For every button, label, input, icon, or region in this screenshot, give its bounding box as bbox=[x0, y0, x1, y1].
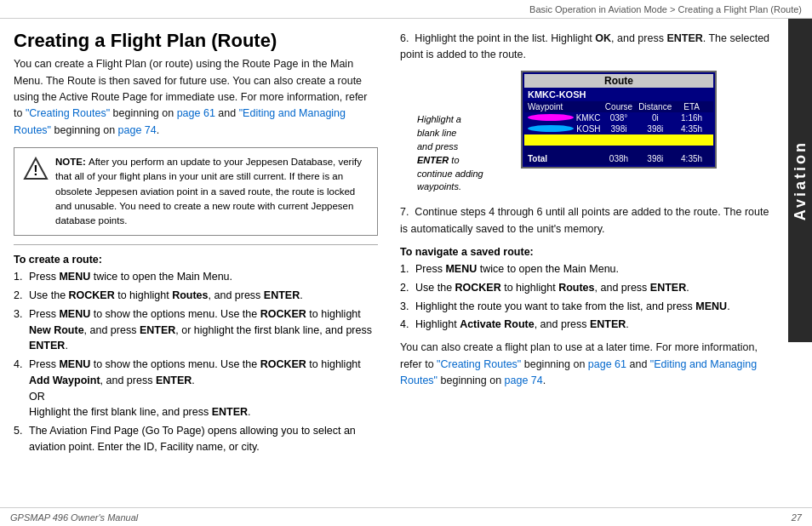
footer-left: GPSMAP 496 Owner's Manual bbox=[10, 512, 138, 523]
note-box: ! NOTE: After you perform an update to y… bbox=[14, 147, 378, 236]
aviation-tab-label: Aviation bbox=[792, 140, 809, 220]
warning-icon: ! bbox=[23, 157, 49, 182]
step6-text: 6. Highlight the point in the list. High… bbox=[400, 31, 775, 64]
breadcrumb-text: Basic Operation in Aviation Mode > Creat… bbox=[529, 4, 802, 14]
footer: GPSMAP 496 Owner's Manual 27 bbox=[0, 507, 812, 526]
route-image-container: Highlight ablank lineand pressENTER toco… bbox=[417, 71, 775, 195]
outro-paragraph: You can also create a flight plan to use… bbox=[400, 340, 775, 389]
breadcrumb-bar: Basic Operation in Aviation Mode > Creat… bbox=[0, 0, 812, 19]
page61-link1[interactable]: page 61 bbox=[177, 107, 215, 119]
route-screen-title: Route bbox=[524, 74, 713, 88]
left-column: Creating a Flight Plan (Route) You can c… bbox=[0, 19, 392, 507]
main-content: Creating a Flight Plan (Route) You can c… bbox=[0, 19, 788, 507]
route-screen-row-highlight bbox=[524, 134, 713, 146]
note-content: NOTE: After you perform an update to you… bbox=[55, 155, 369, 228]
page61-link2[interactable]: page 61 bbox=[588, 358, 626, 370]
list-item: 4. Highlight Activate Route, and press E… bbox=[400, 317, 775, 333]
list-item: 1. Press MENU twice to open the Main Men… bbox=[400, 261, 775, 277]
page74-link1[interactable]: page 74 bbox=[118, 124, 157, 136]
create-steps-list: 1. Press MENU twice to open the Main Men… bbox=[14, 269, 378, 455]
right-column: 6. Highlight the point in the list. High… bbox=[392, 19, 788, 507]
list-item: 4. Press MENU to show the options menu. … bbox=[14, 357, 378, 420]
intro-paragraph: You can create a Flight Plan (or route) … bbox=[14, 56, 378, 139]
create-route-heading: To create a route: bbox=[14, 254, 378, 266]
note-label: NOTE: bbox=[55, 157, 89, 167]
list-item: 3. Highlight the route you want to take … bbox=[400, 299, 775, 315]
creating-routes-link2[interactable]: "Creating Routes" bbox=[437, 358, 521, 370]
route-screen: Route KMKC-KOSH Waypoint Course Distance… bbox=[521, 71, 717, 169]
page-title: Creating a Flight Plan (Route) bbox=[14, 31, 378, 51]
note-body: After you perform an update to your Jepp… bbox=[55, 157, 362, 226]
list-item: 1. Press MENU twice to open the Main Men… bbox=[14, 269, 378, 285]
step7-text: 7. Continue steps 4 through 6 until all … bbox=[400, 204, 775, 237]
route-screen-header: KMKC-KOSH bbox=[524, 88, 713, 101]
aviation-tab: Aviation bbox=[788, 19, 812, 342]
navigate-steps-list: 1. Press MENU twice to open the Main Men… bbox=[400, 261, 775, 333]
list-item: 3. Press MENU to show the options menu. … bbox=[14, 306, 378, 354]
list-item: 2. Use the ROCKER to highlight Routes, a… bbox=[14, 288, 378, 304]
navigate-route-heading: To navigate a saved route: bbox=[400, 246, 775, 258]
route-caption: Highlight ablank lineand pressENTER toco… bbox=[417, 113, 511, 195]
route-screen-row: KMKC 038° 0i 1:16h bbox=[524, 112, 713, 123]
list-item: 5. The Aviation Find Page (Go To Page) o… bbox=[14, 423, 378, 455]
svg-text:!: ! bbox=[33, 163, 37, 178]
route-total-row: Total 038h 398i 4:35h bbox=[524, 152, 713, 165]
route-screen-row-empty bbox=[524, 146, 713, 152]
route-screen-columns: Waypoint Course Distance ETA bbox=[524, 101, 713, 112]
divider bbox=[14, 244, 378, 245]
page74-link2[interactable]: page 74 bbox=[505, 374, 543, 386]
footer-right: 27 bbox=[792, 512, 802, 523]
list-item: 2. Use the ROCKER to highlight Routes, a… bbox=[400, 280, 775, 296]
route-screen-row: KOSH 398i 398i 4:35h bbox=[524, 123, 713, 134]
creating-routes-link1[interactable]: "Creating Routes" bbox=[26, 107, 110, 119]
